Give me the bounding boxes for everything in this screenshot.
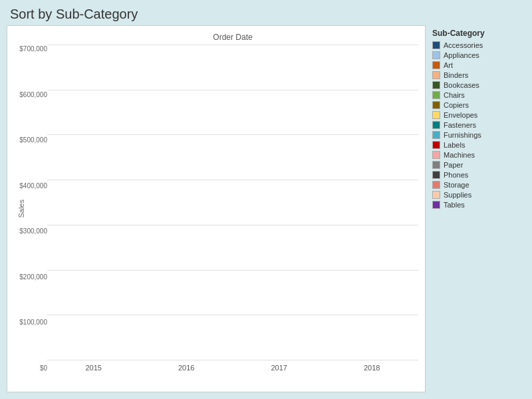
legend-color-box	[432, 151, 440, 159]
legend-item: Art	[432, 61, 522, 69]
legend-panel: Sub-Category AccessoriesAppliancesArtBin…	[426, 25, 525, 392]
bars-container	[47, 45, 418, 360]
grid-line	[47, 225, 418, 225]
x-label: 2015	[67, 364, 120, 372]
legend-title: Sub-Category	[432, 29, 522, 38]
legend-color-box	[432, 81, 440, 89]
legend-label: Chairs	[444, 91, 465, 99]
legend-item: Storage	[432, 181, 522, 189]
x-labels: 2015201620172018	[47, 364, 418, 372]
legend-color-box	[432, 101, 440, 109]
legend-label: Copiers	[444, 101, 469, 109]
legend-item: Fasteners	[432, 121, 522, 129]
grid-line	[47, 45, 418, 45]
legend-item: Furnishings	[432, 131, 522, 139]
legend-label: Furnishings	[444, 131, 481, 139]
x-label: 2018	[345, 364, 398, 372]
legend-color-box	[432, 141, 440, 149]
legend-item: Envelopes	[432, 111, 522, 119]
legend-color-box	[432, 61, 440, 69]
legend-label: Paper	[444, 161, 463, 169]
legend-color-box	[432, 191, 440, 199]
grid-lines	[47, 45, 418, 360]
legend-color-box	[432, 131, 440, 139]
legend-item: Bookcases	[432, 81, 522, 89]
legend-items: AccessoriesAppliancesArtBindersBookcases…	[432, 41, 522, 209]
x-label: 2016	[160, 364, 213, 372]
y-axis-label: Sales	[17, 200, 25, 218]
legend-item: Paper	[432, 161, 522, 169]
legend-color-box	[432, 121, 440, 129]
legend-item: Accessories	[432, 41, 522, 49]
legend-label: Accessories	[444, 41, 483, 49]
legend-label: Phones	[444, 171, 468, 179]
main-container: Sort by Sub-Category Order Date Sales $0…	[0, 0, 532, 399]
legend-label: Bookcases	[444, 81, 479, 89]
legend-color-box	[432, 161, 440, 169]
legend-label: Labels	[444, 141, 465, 149]
legend-item: Tables	[432, 201, 522, 209]
x-label: 2017	[253, 364, 306, 372]
legend-item: Appliances	[432, 51, 522, 59]
chart-panel: Order Date Sales $0 $100,000 $200,000 $3…	[7, 25, 426, 392]
legend-label: Appliances	[444, 51, 479, 59]
legend-item: Machines	[432, 151, 522, 159]
grid-line	[47, 134, 418, 135]
legend-color-box	[432, 201, 440, 209]
legend-label: Art	[444, 61, 453, 69]
legend-item: Chairs	[432, 91, 522, 99]
legend-label: Storage	[444, 181, 469, 189]
legend-label: Machines	[444, 151, 475, 159]
legend-color-box	[432, 111, 440, 119]
grid-line	[47, 90, 418, 90]
grid-line	[47, 270, 418, 271]
grid-line	[47, 315, 418, 315]
chart-subtitle: Order Date	[47, 33, 418, 42]
legend-color-box	[432, 41, 440, 49]
legend-label: Tables	[444, 201, 465, 209]
legend-item: Labels	[432, 141, 522, 149]
legend-label: Envelopes	[444, 111, 477, 119]
grid-line	[47, 180, 418, 180]
page-title: Sort by Sub-Category	[7, 7, 525, 22]
chart-area: Order Date Sales $0 $100,000 $200,000 $3…	[7, 25, 525, 392]
legend-item: Binders	[432, 71, 522, 79]
legend-color-box	[432, 181, 440, 189]
legend-color-box	[432, 91, 440, 99]
legend-label: Fasteners	[444, 121, 476, 129]
legend-color-box	[432, 51, 440, 59]
legend-item: Phones	[432, 171, 522, 179]
legend-label: Supplies	[444, 191, 471, 199]
legend-item: Copiers	[432, 101, 522, 109]
grid-line	[47, 360, 418, 360]
legend-color-box	[432, 71, 440, 79]
legend-color-box	[432, 171, 440, 179]
legend-label: Binders	[444, 71, 468, 79]
legend-item: Supplies	[432, 191, 522, 199]
